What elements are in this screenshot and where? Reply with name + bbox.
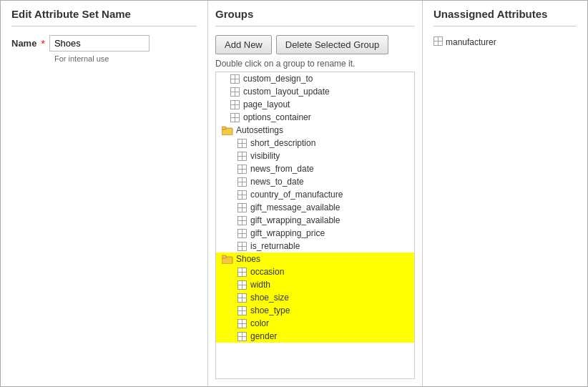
tree-item-label: is_returnable [250, 241, 300, 251]
folder-icon [222, 254, 233, 264]
tree-item[interactable]: occasion [216, 265, 414, 278]
tree-item-label: Autosettings [236, 125, 283, 135]
attribute-icon [236, 228, 248, 238]
folder-icon [222, 125, 233, 135]
attribute-icon [236, 267, 248, 277]
attribute-icon [229, 112, 240, 122]
attribute-icon [236, 138, 248, 148]
tree-item[interactable]: gift_wrapping_available [216, 214, 414, 227]
tree-item-label: gift_wrapping_price [250, 228, 325, 238]
tree-item-label: visibility [250, 151, 280, 161]
attribute-icon [236, 241, 248, 251]
tree-item-label: shoe_type [250, 305, 290, 315]
tree-item-label: gift_wrapping_available [250, 215, 340, 225]
svg-rect-13 [222, 127, 226, 129]
right-panel: Unassigned Attributes manufacturer [423, 1, 587, 386]
attribute-icon [236, 305, 248, 315]
attribute-icon [236, 293, 248, 303]
attribute-icon [236, 202, 248, 212]
attribute-icon [236, 280, 248, 290]
attribute-icon [236, 215, 248, 225]
double-click-hint: Double click on a group to rename it. [215, 59, 415, 69]
hint-text: For internal use [54, 54, 197, 63]
attribute-icon [236, 164, 248, 174]
name-label: Name [11, 38, 36, 49]
unassigned-item-label: manufacturer [446, 37, 496, 47]
right-panel-title: Unassigned Attributes [433, 8, 577, 26]
middle-panel: Groups Add New Delete Selected Group Dou… [208, 1, 423, 386]
tree-item-label: occasion [250, 267, 284, 277]
left-panel-title: Edit Attribute Set Name [11, 8, 197, 26]
tree-item[interactable]: is_returnable [216, 240, 414, 253]
tree-item[interactable]: color [216, 317, 414, 330]
tree-item[interactable]: custom_layout_update [216, 85, 414, 98]
attribute-icon [433, 36, 443, 48]
attribute-icon [229, 87, 240, 97]
tree-item-label: country_of_manufacture [250, 190, 343, 200]
tree-item[interactable]: shoe_type [216, 304, 414, 317]
tree-item-label: options_container [243, 112, 311, 122]
tree-item[interactable]: country_of_manufacture [216, 188, 414, 201]
tree-item-label: custom_layout_update [243, 87, 330, 97]
tree-item[interactable]: width [216, 278, 414, 291]
unassigned-list: manufacturer [433, 35, 577, 49]
tree-item-label: custom_design_to [243, 74, 313, 84]
tree-item[interactable]: shoe_size [216, 291, 414, 304]
tree-item[interactable]: options_container [216, 111, 414, 124]
tree-item-label: news_to_date [250, 177, 304, 187]
tree-item-label: short_description [250, 138, 315, 148]
tree-item[interactable]: visibility [216, 150, 414, 162]
required-star: * [41, 38, 44, 49]
attribute-icon [229, 74, 240, 84]
outer-container: Edit Attribute Set Name Name * For inter… [0, 0, 588, 387]
tree-item-label: color [250, 318, 269, 328]
tree-item[interactable]: Shoes [216, 253, 414, 265]
tree-item[interactable]: gift_wrapping_price [216, 227, 414, 240]
attribute-icon [236, 151, 248, 161]
attribute-icon [236, 190, 248, 200]
tree-item[interactable]: gift_message_available [216, 201, 414, 214]
tree-item-label: news_from_date [250, 164, 314, 174]
name-row: Name * [11, 35, 197, 52]
tree-item[interactable]: gender [216, 330, 414, 343]
tree-item-label: width [250, 280, 270, 290]
left-panel: Edit Attribute Set Name Name * For inter… [1, 1, 208, 386]
main-layout: Edit Attribute Set Name Name * For inter… [1, 1, 587, 386]
tree-item[interactable]: news_from_date [216, 162, 414, 175]
delete-group-button[interactable]: Delete Selected Group [276, 35, 389, 54]
tree-item[interactable]: custom_design_to [216, 72, 414, 85]
name-input[interactable] [49, 35, 150, 52]
tree-container[interactable]: custom_design_to custom_layout_update pa… [215, 72, 415, 379]
unassigned-item: manufacturer [433, 35, 577, 49]
tree-item-label: gender [250, 331, 277, 341]
tree-item[interactable]: page_layout [216, 98, 414, 111]
toolbar: Add New Delete Selected Group [215, 35, 415, 54]
tree-item-label: gift_message_available [250, 202, 340, 212]
svg-rect-42 [222, 255, 226, 258]
middle-panel-title: Groups [215, 8, 415, 26]
tree-item-label: shoe_size [250, 293, 289, 303]
attribute-icon [236, 177, 248, 187]
tree-item-label: page_layout [243, 99, 290, 109]
tree-item-label: Shoes [236, 254, 260, 264]
add-new-button[interactable]: Add New [215, 35, 272, 54]
attribute-icon [229, 99, 240, 109]
tree-item[interactable]: Autosettings [216, 124, 414, 137]
tree-item[interactable]: short_description [216, 137, 414, 150]
tree-item[interactable]: news_to_date [216, 175, 414, 188]
attribute-icon [236, 318, 248, 328]
attribute-icon [236, 331, 248, 341]
